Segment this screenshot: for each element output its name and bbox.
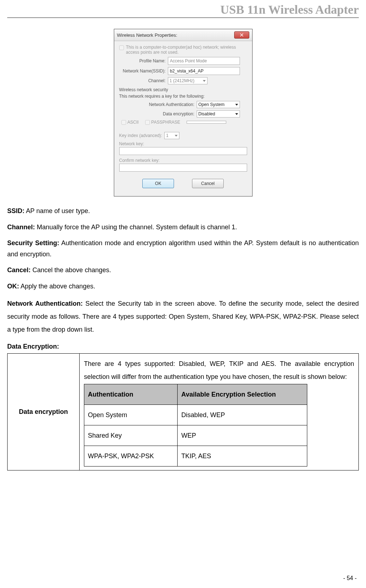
cancel-term: Cancel:	[7, 266, 31, 274]
page-number: - 54 -	[343, 575, 357, 582]
channel-desc: Manually force the AP using the channel.…	[35, 224, 237, 231]
cell-enc: Disabled, WEP	[178, 405, 307, 425]
close-icon	[240, 33, 244, 37]
channel-term: Channel:	[7, 224, 35, 231]
confirmkey-input[interactable]	[119, 164, 247, 172]
netauth-paragraph: Network Authentication: Select the Secur…	[7, 297, 359, 336]
channel-label: Channel:	[119, 78, 168, 83]
table-row: Shared Key WEP	[84, 425, 307, 446]
netauth-value: Open System	[198, 102, 225, 107]
cell-auth: WPA-PSK, WPA2-PSK	[84, 446, 178, 467]
dialog-container: Wireless Network Properties: This is a c…	[0, 29, 366, 196]
table-row: WPA-PSK, WPA2-PSK TKIP, AES	[84, 446, 307, 467]
dataenc-label: Data encryption:	[119, 111, 197, 116]
netauth-label: Network Authentication:	[119, 102, 197, 107]
cancel-desc: Cancel the above changes.	[31, 266, 111, 274]
ascii-checkbox[interactable]	[121, 120, 126, 125]
adhoc-label: This is a computer-to-computer(ad hoc) n…	[126, 45, 247, 55]
channel-value: 1 (2412MHz)	[170, 78, 195, 83]
ok-button[interactable]: OK	[142, 179, 174, 188]
networkkey-input[interactable]	[119, 147, 247, 155]
wireless-properties-dialog: Wireless Network Properties: This is a c…	[114, 29, 253, 196]
table-desc-text: There are 4 types supported: Disabled, W…	[84, 360, 354, 380]
security-term: Security Setting:	[7, 239, 59, 247]
passphrase-checkbox-label: PASSPHRASE	[145, 120, 180, 125]
passphrase-text: PASSPHRASE	[151, 120, 180, 125]
table-row: Open System Disabled, WEP	[84, 405, 307, 425]
cancel-button[interactable]: Cancel	[192, 179, 224, 188]
security-desc: This network requires a key for the foll…	[119, 94, 247, 99]
page-header: USB 11n Wireless Adapter	[7, 0, 359, 18]
security-paragraph: Security Setting: Authentication mode an…	[7, 238, 359, 260]
passphrase-input[interactable]	[187, 121, 226, 124]
ok-desc: Apply the above changes.	[19, 283, 95, 290]
networkkey-label: Network key:	[119, 141, 247, 146]
dialog-body: This is a computer-to-computer(ad hoc) n…	[114, 41, 252, 196]
close-button[interactable]	[234, 31, 249, 39]
table-label-cell: Data encryption	[8, 354, 80, 470]
security-desc: Authentication mode and encryption algor…	[7, 239, 359, 258]
channel-paragraph: Channel: Manually force the AP using the…	[7, 222, 359, 233]
security-group-label: Wireless network security	[119, 87, 247, 92]
table-desc-cell: There are 4 types supported: Disabled, W…	[80, 354, 359, 470]
ssid-label: Network Name(SSID):	[119, 68, 168, 74]
cell-enc: WEP	[178, 425, 307, 446]
encryption-table: Data encryption There are 4 types suppor…	[7, 353, 359, 470]
cell-auth: Shared Key	[84, 425, 178, 446]
dataenc-value: Disabled	[198, 111, 215, 116]
inner-table: Authentication Available Encryption Sele…	[84, 384, 307, 467]
chevron-down-icon	[175, 135, 178, 137]
dataenc-term: Data Encryption:	[7, 343, 59, 350]
dialog-titlebar: Wireless Network Properties:	[114, 29, 252, 41]
ssid-paragraph: SSID: AP name of user type.	[7, 205, 359, 217]
chevron-down-icon	[203, 80, 206, 82]
dataenc-paragraph: Data Encryption:	[7, 341, 359, 352]
chevron-down-icon	[235, 104, 238, 106]
adhoc-checkbox[interactable]	[119, 45, 124, 50]
chevron-down-icon	[235, 113, 238, 115]
confirmkey-label: Confirm network key:	[119, 158, 247, 163]
ok-paragraph: OK: Apply the above changes.	[7, 281, 359, 292]
profile-name-input[interactable]: Access Point Mode	[168, 57, 240, 65]
ascii-checkbox-label: ASCII	[121, 120, 139, 125]
ascii-text: ASCII	[128, 120, 139, 125]
channel-dropdown[interactable]: 1 (2412MHz)	[168, 77, 207, 84]
passphrase-checkbox[interactable]	[145, 120, 150, 125]
keyindex-label: Key index (advanced):	[119, 133, 162, 138]
ssid-term: SSID:	[7, 207, 24, 215]
netauth-dropdown[interactable]: Open System	[197, 101, 240, 108]
profile-name-label: Profile Name:	[119, 58, 168, 63]
page-title: USB 11n Wireless Adapter	[7, 3, 359, 17]
page-content: SSID: AP name of user type. Channel: Man…	[0, 205, 366, 470]
inner-header-enc: Available Encryption Selection	[178, 384, 307, 405]
keyindex-value: 1	[166, 133, 169, 138]
cell-auth: Open System	[84, 405, 178, 425]
netauth-term: Network Authentication:	[7, 300, 83, 307]
keyindex-dropdown[interactable]: 1	[164, 132, 179, 139]
cell-enc: TKIP, AES	[178, 446, 307, 467]
ssid-input[interactable]: b2_vista_x64_AP	[168, 67, 240, 75]
inner-header-auth: Authentication	[84, 384, 178, 405]
dialog-title: Wireless Network Properties:	[117, 32, 178, 38]
dataenc-dropdown[interactable]: Disabled	[197, 110, 240, 118]
ok-term: OK:	[7, 283, 19, 290]
ssid-desc: AP name of user type.	[24, 207, 90, 215]
cancel-paragraph: Cancel: Cancel the above changes.	[7, 265, 359, 276]
